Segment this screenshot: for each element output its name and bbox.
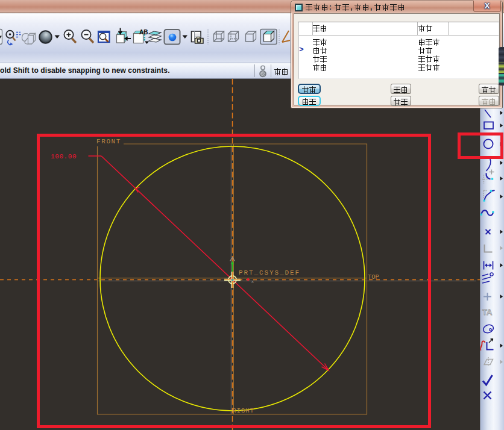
- svg-text:x: x: [251, 279, 254, 284]
- svg-text:100.00: 100.00: [51, 153, 77, 160]
- svg-text:TA: TA: [482, 308, 493, 317]
- svg-text:RIGHT: RIGHT: [232, 407, 254, 414]
- svg-text:FRONT: FRONT: [96, 138, 121, 145]
- svg-text:AB: AB: [139, 29, 148, 36]
- svg-text:PRT_CSYS_DEF: PRT_CSYS_DEF: [239, 269, 300, 276]
- svg-text:TOP: TOP: [368, 273, 379, 281]
